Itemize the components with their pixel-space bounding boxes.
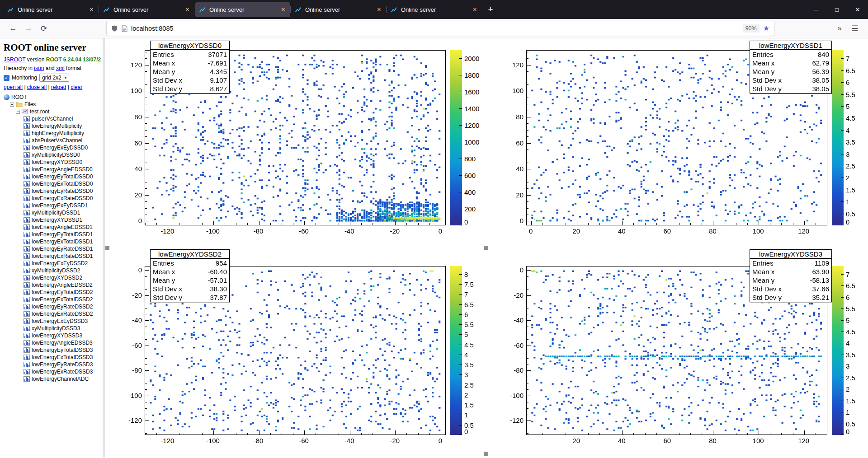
color-scale-bar[interactable]: [832, 266, 844, 435]
url-bar[interactable]: localhost:8085 90% ★: [107, 21, 774, 36]
color-scale-bar[interactable]: [832, 50, 844, 225]
collapse-expander-icon[interactable]: [10, 103, 14, 107]
tree-item[interactable]: xyMultiplicityDSSD2: [4, 267, 103, 274]
histogram-title[interactable]: lowEnergyXYDSSD0: [150, 41, 230, 50]
tree-item[interactable]: lowEnergyEyRateDSSD3: [4, 361, 103, 368]
tree-item[interactable]: lowEnergyEyRateDSSD2: [4, 303, 103, 310]
reload-button[interactable]: ⟳: [36, 22, 52, 35]
action-link-open-all[interactable]: open all: [4, 84, 23, 90]
browser-tab[interactable]: Online server✕: [291, 2, 386, 17]
tree-item[interactable]: xyMultiplicityDSSD3: [4, 325, 103, 332]
zoom-level-button[interactable]: 90%: [743, 24, 760, 33]
tree-node-test-root-file[interactable]: test.root: [4, 108, 103, 115]
tree-item[interactable]: lowEnergyAngleEDSSD1: [4, 224, 103, 231]
tree-item[interactable]: lowEnergyExEyDSSD2: [4, 260, 103, 267]
jsroot-link[interactable]: JSROOT: [4, 56, 25, 63]
palette-tick-label: 1: [846, 408, 849, 416]
browser-tab[interactable]: Online server✕: [195, 2, 290, 17]
palette-tick: [841, 130, 844, 131]
tree-item[interactable]: lowEnergyAngleEDSSD3: [4, 339, 103, 346]
action-link-clear[interactable]: clear: [71, 84, 82, 90]
tree-node-root[interactable]: ROOT: [4, 93, 103, 101]
tree-item[interactable]: pulserVsChannel: [4, 115, 103, 122]
app-menu-button[interactable]: ☰: [847, 22, 863, 35]
x-axis-minor-tick: [645, 223, 646, 225]
tree-item[interactable]: lowEnergyXYDSSD0: [4, 159, 103, 166]
tree-item[interactable]: lowEnergyExRateDSSD0: [4, 195, 103, 202]
minimize-button[interactable]: –: [806, 0, 826, 19]
tree-item[interactable]: xyMultiplicityDSSD0: [4, 151, 103, 159]
action-link-close-all[interactable]: close all: [27, 84, 47, 90]
url-text[interactable]: localhost:8085: [131, 25, 174, 32]
tree-item[interactable]: lowEnergyMultiplicity: [4, 122, 103, 130]
browser-tab[interactable]: Online server✕: [387, 2, 482, 17]
action-link-reload[interactable]: reload: [51, 84, 66, 90]
histogram-title[interactable]: lowEnergyXYDSSD1: [750, 41, 832, 50]
tree-node-files[interactable]: Files: [4, 101, 103, 108]
histogram-title[interactable]: lowEnergyXYDSSD3: [750, 249, 832, 258]
tab-close-icon[interactable]: ✕: [472, 6, 478, 13]
color-scale-bar[interactable]: [450, 266, 462, 435]
browser-tab[interactable]: Online server✕: [4, 2, 99, 17]
hierarchy-mid: and: [44, 65, 56, 71]
shield-icon[interactable]: [111, 25, 118, 32]
back-button[interactable]: ←: [5, 22, 21, 35]
layout-resize-grip[interactable]: [484, 246, 488, 250]
tree-item[interactable]: lowEnergyExTotalDSSD3: [4, 354, 103, 361]
tab-close-icon[interactable]: ✕: [184, 6, 191, 13]
monitoring-checkbox[interactable]: [4, 75, 9, 81]
bookmark-star-icon[interactable]: ★: [763, 25, 769, 32]
tree-item[interactable]: lowEnergyExRateDSSD2: [4, 310, 103, 318]
tree-item[interactable]: lowEnergyExRateDSSD1: [4, 252, 103, 260]
stats-box[interactable]: Entries954 Mean x-60.40 Mean y-57.01 Std…: [150, 258, 230, 302]
tree-item[interactable]: lowEnergyExEyDSSD0: [4, 144, 103, 151]
stats-box[interactable]: Entries1109 Mean x63.90 Mean y-58.13 Std…: [750, 258, 832, 302]
overflow-menu-button[interactable]: »: [832, 22, 847, 35]
layout-resize-grip[interactable]: [484, 452, 488, 456]
page-info-icon[interactable]: [122, 25, 127, 32]
maximize-button[interactable]: □: [826, 0, 847, 19]
tab-close-icon[interactable]: ✕: [88, 6, 95, 13]
tree-item[interactable]: lowEnergyEyRateDSSD1: [4, 245, 103, 252]
xml-link[interactable]: xml: [56, 65, 65, 71]
tree-item[interactable]: lowEnergyExEyDSSD3: [4, 318, 103, 325]
tree-item[interactable]: lowEnergyEyTotalDSSD1: [4, 231, 103, 238]
collapse-expander-icon[interactable]: [16, 110, 20, 114]
layout-resize-grip[interactable]: [105, 246, 109, 250]
tree-item[interactable]: lowEnergyEyTotalDSSD3: [4, 346, 103, 354]
stats-box[interactable]: Entries840 Mean x62.79 Mean y56.39 Std D…: [750, 50, 832, 93]
y-axis-minor-tick: [145, 215, 147, 215]
tree-item[interactable]: lowEnergyAngleEDSSD2: [4, 281, 103, 289]
tree-item[interactable]: lowEnergyExRateDSSD3: [4, 368, 103, 375]
y-axis-minor-tick: [145, 283, 147, 283]
tab-close-icon[interactable]: ✕: [280, 6, 287, 13]
stats-box[interactable]: Entries37071 Mean x-7.691 Mean y4.345 St…: [150, 50, 230, 93]
json-link[interactable]: json: [34, 65, 44, 71]
tab-close-icon[interactable]: ✕: [376, 6, 382, 13]
tree-item[interactable]: absPulserVsChannel: [4, 137, 103, 144]
tree-item[interactable]: lowEnergyEyTotalDSSD2: [4, 289, 103, 296]
tree-item[interactable]: lowEnergyExEyDSSD1: [4, 202, 103, 209]
forward-button[interactable]: →: [21, 22, 36, 35]
histogram-title[interactable]: lowEnergyXYDSSD2: [150, 249, 230, 258]
tree-item[interactable]: lowEnergyEyRateDSSD0: [4, 187, 103, 195]
tree-item[interactable]: lowEnergyExTotalDSSD1: [4, 238, 103, 245]
tree-item[interactable]: lowEnergyChannelADC: [4, 375, 103, 383]
tree-item[interactable]: lowEnergyXYDSSD3: [4, 332, 103, 339]
new-tab-button[interactable]: +: [483, 2, 498, 17]
color-scale-bar[interactable]: [450, 50, 462, 225]
stat-label: Mean y: [153, 67, 175, 76]
y-axis-tick: [527, 91, 531, 91]
browser-tab[interactable]: Online server✕: [99, 2, 194, 17]
tree-item[interactable]: lowEnergyExTotalDSSD0: [4, 180, 103, 187]
tree-item[interactable]: lowEnergyXYDSSD1: [4, 216, 103, 224]
tree-item[interactable]: lowEnergyEyTotalDSSD0: [4, 173, 103, 180]
tree-item[interactable]: xyMultiplicityDSSD1: [4, 209, 103, 216]
close-window-button[interactable]: ✕: [847, 0, 868, 19]
tree-item[interactable]: lowEnergyXYDSSD2: [4, 274, 103, 281]
grid-layout-select[interactable]: grid 2x2 ▾: [39, 74, 69, 82]
x-axis-minor-tick: [542, 223, 543, 225]
tree-item[interactable]: lowEnergyAngleEDSSD0: [4, 166, 103, 173]
tree-item[interactable]: lowEnergyExTotalDSSD2: [4, 296, 103, 303]
tree-item[interactable]: highEnergyMultiplicity: [4, 130, 103, 137]
